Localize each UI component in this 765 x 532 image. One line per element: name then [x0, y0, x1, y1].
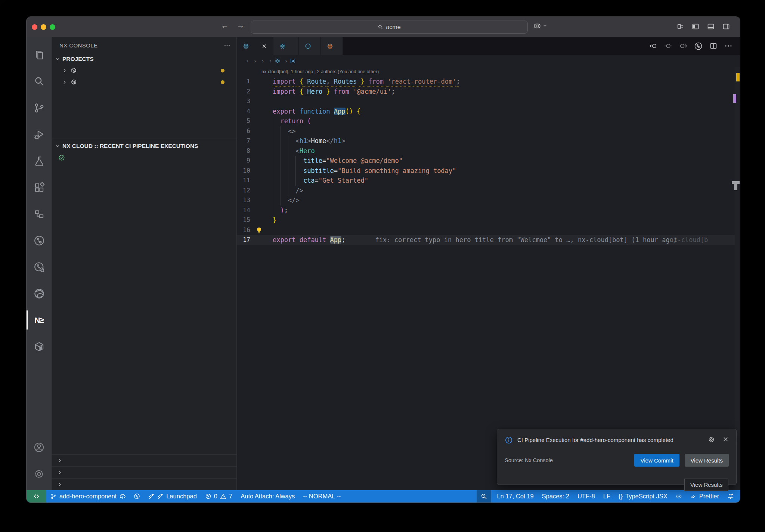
layout-sidebar-icon[interactable] — [691, 22, 700, 31]
activity-extensions[interactable] — [27, 174, 52, 201]
copilot-menu[interactable] — [533, 22, 547, 30]
activity-nx-project-graph[interactable] — [27, 201, 52, 227]
section-common-nx-commands[interactable] — [52, 454, 236, 466]
status-vim-mode[interactable]: -- NORMAL -- — [299, 490, 345, 502]
breadcrumb-item[interactable] — [275, 58, 282, 64]
project-item[interactable] — [52, 76, 236, 88]
code-line-15[interactable]: 15 } — [237, 215, 735, 225]
git-circle-icon[interactable] — [694, 42, 703, 50]
code-line-10[interactable]: 10 subtitle="Build something amazing tod… — [237, 166, 735, 176]
activity-edge-browser[interactable] — [27, 280, 52, 307]
status-git-branch[interactable]: add-hero-component — [46, 490, 130, 502]
nav-back-circle-icon[interactable] — [649, 42, 657, 50]
line-number[interactable]: 14 — [237, 205, 273, 216]
split-icon[interactable] — [709, 42, 718, 50]
gear-icon[interactable] — [708, 436, 715, 443]
activity-settings[interactable] — [27, 461, 52, 487]
lightbulb-icon[interactable] — [255, 227, 263, 234]
status-cursor-position[interactable]: Ln 17, Col 19 — [493, 490, 538, 502]
status-remote-indicator[interactable] — [27, 490, 46, 502]
activity-testing[interactable] — [27, 148, 52, 174]
code-line-14[interactable]: 14 ); — [237, 205, 735, 216]
section-help-and-feedback[interactable] — [52, 466, 236, 478]
traffic-light-maximize[interactable] — [50, 24, 55, 30]
layout-secondary-icon[interactable] — [722, 22, 730, 31]
status-language-mode[interactable]: {}TypeScript JSX — [614, 490, 672, 502]
tab-hero-tsx[interactable] — [273, 37, 299, 55]
more-actions-icon[interactable] — [224, 42, 230, 49]
history-forward-icon[interactable]: → — [235, 21, 246, 30]
code-line-17[interactable]: 17 export default App;fix: correct typo … — [237, 235, 735, 245]
code-line-1[interactable]: 1 import { Route, Routes } from 'react-r… — [237, 77, 735, 87]
status-git-graph[interactable] — [130, 490, 144, 502]
line-number[interactable]: 5 — [237, 116, 273, 126]
line-number[interactable]: 12 — [237, 186, 273, 196]
line-number[interactable]: 13 — [237, 195, 273, 205]
layout-customize-icon[interactable] — [676, 22, 684, 31]
status-problems[interactable]: 07 — [201, 490, 236, 502]
code-line-8[interactable]: 8 <Hero — [237, 146, 735, 156]
activity-account[interactable] — [27, 434, 52, 461]
nx-cloud-header[interactable]: NX CLOUD :: RECENT CI PIPELINE EXECUTION… — [52, 140, 236, 152]
line-number[interactable]: 1 — [237, 77, 273, 87]
tab-app-spec-tsx[interactable] — [321, 37, 343, 55]
code-line-6[interactable]: 6 <> — [237, 126, 735, 136]
view-results-button[interactable]: View Results — [685, 454, 729, 467]
status-indentation[interactable]: Spaces: 2 — [538, 490, 573, 502]
status-formatter[interactable]: Prettier — [686, 490, 723, 502]
line-number[interactable]: 2 — [237, 87, 273, 97]
code-line-12[interactable]: 12 /> — [237, 186, 735, 196]
activity-run-debug[interactable] — [27, 121, 52, 148]
section-projects[interactable]: PROJECTS — [52, 53, 236, 65]
code-line-5[interactable]: 5 return ( — [237, 116, 735, 126]
line-number[interactable]: 8 — [237, 146, 273, 156]
code-editor[interactable]: nx-cloud[bot], 1 hour ago | 2 authors (Y… — [237, 67, 740, 490]
code-line-3[interactable]: 3 — [237, 96, 735, 106]
activity-search[interactable] — [27, 68, 52, 95]
status-copilot-status[interactable] — [672, 490, 686, 502]
nav-circle-icon[interactable] — [664, 42, 672, 50]
line-number[interactable]: 6 — [237, 126, 273, 136]
pipeline-execution-item[interactable] — [52, 152, 236, 163]
line-number[interactable]: 16 — [237, 225, 273, 235]
status-auto-attach[interactable]: Auto Attach: Always — [236, 490, 299, 502]
section-nx-migrate[interactable] — [52, 478, 236, 490]
line-number[interactable]: 7 — [237, 136, 273, 146]
close-icon[interactable] — [722, 436, 729, 442]
close-tab-icon[interactable] — [261, 43, 267, 49]
code-line-9[interactable]: 9 title="Welcome @acme/demo" — [237, 156, 735, 166]
line-number[interactable]: 17 — [237, 235, 273, 245]
traffic-light-minimize[interactable] — [41, 24, 46, 30]
status-notifications-bell[interactable] — [723, 490, 738, 502]
tab-README-md[interactable] — [299, 37, 321, 55]
code-line-4[interactable]: 4 export function App() { — [237, 106, 735, 117]
line-number[interactable]: 11 — [237, 176, 273, 186]
nav-fwd-circle-icon[interactable] — [679, 42, 687, 50]
code-line-16[interactable]: 16 — [237, 225, 735, 235]
activity-source-control[interactable] — [27, 95, 52, 121]
view-commit-button[interactable]: View Commit — [634, 454, 679, 467]
code-line-11[interactable]: 11 cta="Get Started" — [237, 176, 735, 186]
status-launchpad[interactable]: Launchpad — [144, 490, 201, 502]
layout-panel-icon[interactable] — [707, 22, 715, 31]
line-number[interactable]: 15 — [237, 215, 273, 225]
status-zoom[interactable] — [477, 490, 491, 502]
activity-nx-console[interactable]: N≥ — [27, 307, 52, 333]
more-icon[interactable] — [724, 42, 733, 50]
line-number[interactable]: 3 — [237, 96, 273, 106]
code-line-13[interactable]: 13 </> — [237, 195, 735, 205]
activity-git-history[interactable] — [27, 227, 52, 254]
command-center-search[interactable]: acme — [251, 21, 528, 34]
activity-explorer[interactable] — [27, 41, 52, 68]
code-line-7[interactable]: 7 <h1>Home</h1> — [237, 136, 735, 146]
project-item[interactable] — [52, 65, 236, 76]
history-back-icon[interactable]: ← — [219, 21, 230, 30]
status-eol[interactable]: LF — [599, 490, 614, 502]
line-number[interactable]: 10 — [237, 166, 273, 176]
overview-ruler[interactable] — [735, 67, 740, 490]
line-number[interactable]: 4 — [237, 106, 273, 117]
code-line-2[interactable]: 2 import { Hero } from '@acme/ui'; — [237, 87, 735, 97]
tab-app-tsx[interactable] — [237, 37, 273, 55]
activity-git-search[interactable] — [27, 254, 52, 280]
traffic-light-close[interactable] — [32, 24, 37, 30]
